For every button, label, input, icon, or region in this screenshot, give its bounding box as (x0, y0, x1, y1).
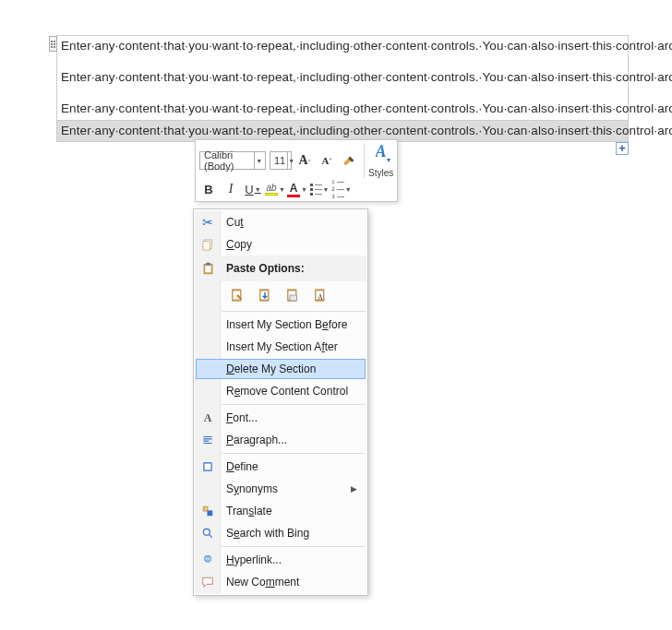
content-control-handle[interactable] (49, 36, 57, 52)
context-menu-hyperlink[interactable]: Hyperlink... (195, 549, 366, 571)
font-color-swatch (287, 195, 300, 197)
font-size-value: 11 (274, 155, 285, 166)
font-color-button[interactable]: A ▼ (288, 180, 306, 198)
translate-icon: a (201, 505, 214, 517)
svg-rect-16 (205, 464, 211, 470)
svg-text:A: A (318, 293, 323, 302)
paste-merge-formatting[interactable] (254, 284, 276, 306)
font-size-combo[interactable]: 11 ▼ (270, 151, 292, 170)
context-menu-insert-after[interactable]: Insert My Section After (195, 336, 366, 358)
globe-link-icon (201, 553, 214, 566)
comment-icon (201, 576, 214, 588)
paste-options-row: A (195, 281, 366, 309)
font-icon: A (204, 411, 212, 425)
svg-rect-1 (202, 241, 210, 249)
svg-text:a: a (205, 506, 208, 511)
paste-keep-source[interactable] (226, 284, 248, 306)
section-paragraph[interactable]: Enter·any·content·that·you·want·to·repea… (57, 67, 628, 88)
underline-button[interactable]: U▼ (244, 180, 262, 198)
section-paragraph[interactable]: Enter·any·content·that·you·want·to·repea… (57, 99, 628, 119)
context-menu-paragraph[interactable]: Paragraph... (195, 429, 366, 451)
numbering-icon: 1 2 3 (331, 179, 343, 199)
context-menu-new-comment[interactable]: New Comment (195, 571, 366, 593)
book-icon (201, 460, 214, 473)
svg-rect-3 (205, 265, 210, 272)
chevron-down-icon[interactable]: ▼ (287, 152, 294, 169)
text-highlight-button[interactable]: ab ▼ (266, 180, 284, 198)
svg-rect-11 (290, 295, 297, 301)
add-section-button[interactable]: + (616, 142, 629, 155)
styles-button[interactable]: A▾ Styles (364, 143, 393, 178)
context-menu-copy[interactable]: Copy (195, 233, 366, 256)
context-menu-delete-section[interactable]: Delete My Section (196, 359, 366, 379)
search-icon (201, 527, 214, 540)
numbering-button[interactable]: 1 2 3 ▼ (332, 180, 351, 198)
repeating-section-content-control: Enter·any·content·that·you·want·to·repea… (56, 35, 629, 142)
font-name-value: Calibri (Body) (204, 149, 252, 172)
font-name-combo[interactable]: Calibri (Body) ▼ (199, 151, 266, 170)
paragraph-icon (201, 434, 214, 446)
chevron-right-icon: ▶ (351, 484, 357, 493)
context-menu-font[interactable]: A Font... (195, 407, 366, 429)
copy-icon (201, 238, 215, 252)
clipboard-picture-icon (284, 286, 301, 304)
context-menu-cut[interactable]: ✂ Cut (195, 211, 366, 233)
context-menu-insert-before[interactable]: Insert My Section Before (195, 314, 366, 336)
section-paragraph-selected[interactable]: Enter·any·content·that·you·want·to·repea… (57, 121, 628, 141)
clipboard-icon (201, 261, 215, 277)
clipboard-paintbrush-icon (229, 286, 246, 304)
highlight-swatch (265, 193, 278, 196)
context-menu-translate[interactable]: a Translate (195, 500, 366, 522)
italic-button[interactable]: I (222, 180, 240, 198)
bullets-button[interactable]: ▼ (310, 180, 329, 198)
paste-picture[interactable] (282, 284, 304, 306)
svg-point-20 (203, 529, 210, 535)
svg-rect-18 (207, 510, 212, 516)
context-menu-remove-content-control[interactable]: Remove Content Control (195, 380, 366, 402)
mini-toolbar: Calibri (Body) ▼ 11 ▼ Aˆ Aˇ A▾ Styles B … (195, 139, 398, 202)
context-menu-synonyms[interactable]: Synonyms ▶ (195, 478, 366, 500)
brush-icon (342, 153, 357, 169)
scissors-icon: ✂ (202, 215, 213, 230)
context-menu-paste-heading: Paste Options: (195, 256, 366, 281)
styles-icon: A (376, 143, 387, 160)
bold-button[interactable]: B (199, 180, 218, 198)
context-menu: ✂ Cut Copy Paste Options: A Insert My Se… (193, 208, 368, 596)
context-menu-search-bing[interactable]: Search with Bing (195, 522, 366, 544)
svg-rect-4 (206, 262, 210, 265)
chevron-down-icon[interactable]: ▼ (254, 152, 263, 169)
section-paragraph[interactable]: Enter·any·content·that·you·want·to·repea… (57, 36, 628, 56)
clipboard-arrow-icon (257, 286, 273, 304)
shrink-font-button[interactable]: Aˇ (318, 151, 336, 170)
bullets-icon (310, 184, 322, 196)
clipboard-text-icon: A (312, 286, 329, 304)
paste-text-only[interactable]: A (309, 284, 331, 306)
format-painter-button[interactable] (340, 151, 358, 170)
grow-font-button[interactable]: Aˆ (295, 151, 314, 170)
context-menu-define[interactable]: Define (195, 456, 366, 478)
